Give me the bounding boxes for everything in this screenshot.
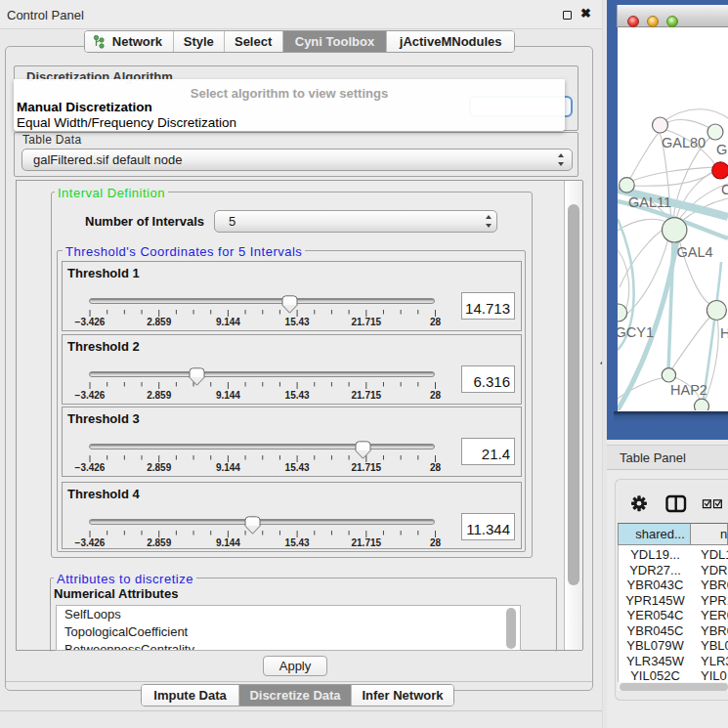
svg-text:C: C: [721, 182, 728, 197]
svg-text:HAP2: HAP2: [670, 382, 707, 398]
svg-text:GCY1: GCY1: [618, 324, 654, 340]
svg-text:H: H: [720, 325, 728, 341]
svg-text:G: G: [716, 142, 727, 157]
svg-text:GAL80: GAL80: [662, 135, 706, 150]
svg-text:GAL4: GAL4: [677, 244, 713, 260]
svg-text:GAL11: GAL11: [628, 194, 671, 210]
